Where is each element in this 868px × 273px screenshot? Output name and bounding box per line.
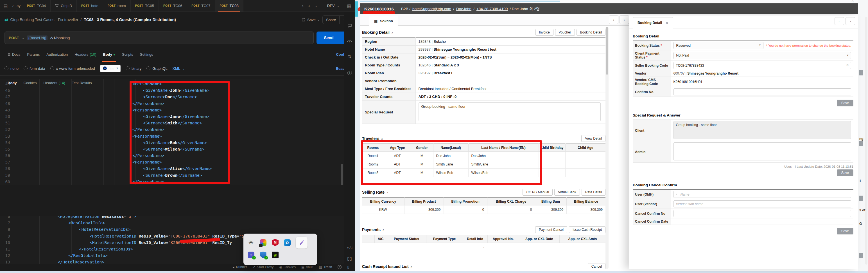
request-tab[interactable]: POSTTC04 (23, 0, 51, 11)
statusbar-proxy[interactable]: ↗Start Proxy (250, 265, 276, 269)
request-tab-fragment[interactable]: ay (16, 4, 22, 8)
panel-tab-booking-detail[interactable]: Booking Detail ✕ (633, 17, 673, 28)
view-detail-button[interactable]: View Detail (581, 135, 606, 142)
request-tab[interactable]: POSTTC06 (159, 0, 187, 11)
response-tab-headers[interactable]: Headers(14) (40, 79, 68, 87)
method-selector[interactable]: POST (9, 36, 19, 40)
panel-prev-button[interactable]: ‹ (835, 17, 844, 25)
collapse-icon[interactable]: ∧ (381, 137, 383, 140)
statusbar-vault[interactable]: ▤Vault (299, 265, 316, 269)
method-chevron-icon[interactable]: ⌄ (22, 36, 24, 39)
environment-quicklook-icon[interactable]: ▦ (345, 3, 353, 8)
tab-body[interactable]: Body (100, 51, 118, 58)
tray-teams-icon[interactable]: T✓ (247, 251, 255, 258)
collapse-icon[interactable]: ∧ (410, 265, 412, 268)
collapse-icon[interactable]: ∧ (391, 31, 393, 34)
response-tab-test-results[interactable]: Test Results (69, 79, 95, 87)
request-tab[interactable]: POSTroom (103, 0, 131, 11)
request-tab[interactable]: POSTTC08 (215, 0, 243, 11)
collapse-icon[interactable]: ∧ (382, 228, 384, 231)
client-payment-select[interactable]: Not Paid (674, 52, 851, 59)
button-issue-cash-receipt[interactable]: Issue Cash Receipt (569, 226, 606, 233)
tab-sokcho[interactable]: ▦ Sokcho (369, 16, 398, 26)
request-tab[interactable]: POSThote (77, 0, 103, 11)
related-requests-icon[interactable]: ⇅ (348, 54, 351, 59)
button-virtual-bank[interactable]: Virtual Bank (554, 189, 580, 196)
button-payment-cancel[interactable]: Payment Cancel (535, 226, 567, 233)
tray-winsec-icon[interactable]: ✓ (259, 251, 267, 258)
admin-answer-textarea[interactable] (674, 142, 851, 160)
body-mode-none[interactable]: none (4, 65, 19, 72)
clear-icon[interactable]: ✕ (846, 63, 849, 67)
request-tab[interactable]: POSTTC07 (187, 0, 215, 11)
body-mode-x-www-form-urlencoded[interactable]: x-www-form-urlencoded (50, 65, 95, 72)
save-button-special-request[interactable]: Save (837, 169, 854, 176)
user-omh-input[interactable] (674, 191, 851, 198)
code-snippet-icon[interactable]: </> (347, 39, 352, 43)
request-tab[interactable]: Ctrip B (51, 0, 77, 11)
body-mode-form-data[interactable]: form-data (24, 65, 45, 72)
save-button[interactable]: Save ⌄ (302, 18, 319, 22)
tray-mcafee-icon[interactable]: M (272, 239, 279, 246)
tab-settings[interactable]: Settings (137, 51, 156, 58)
content-scrollbar[interactable] (606, 27, 609, 269)
sidebar-toggle-icon[interactable]: ▤ (2, 3, 9, 8)
seller-booking-code-input[interactable] (674, 62, 851, 69)
panel-toggle-icon[interactable]: ▯ (345, 265, 351, 269)
url-variable[interactable]: {{baseUrl}} (27, 35, 48, 40)
documentation-icon[interactable]: ▯▯ (347, 256, 352, 261)
save-options-icon[interactable]: ⌄ (317, 18, 319, 21)
body-mode-GraphQL[interactable]: GraphQL (147, 65, 167, 72)
response-tab-body[interactable]: Body (4, 79, 20, 87)
comment-icon[interactable] (347, 23, 352, 29)
next-booking-button[interactable]: › (620, 16, 629, 24)
tab-authorization[interactable]: Authorization (43, 51, 71, 58)
editor-scrollbar[interactable] (341, 164, 343, 185)
collapse-icon[interactable]: ∧ (386, 191, 388, 194)
environment-selector[interactable]: DEV⌄ (320, 4, 345, 8)
statusbar-trash[interactable]: ▥Trash (317, 265, 335, 269)
tab-params[interactable]: Params (24, 51, 43, 58)
share-button[interactable]: Share (323, 16, 339, 24)
ai-assistant-icon[interactable]: ✦AI (347, 246, 352, 250)
special-request-textarea[interactable]: Group booking - same floor (418, 103, 601, 121)
tab-menu-icon[interactable]: ⌄ (313, 4, 319, 7)
prev-booking-button[interactable]: ‹ (609, 16, 618, 24)
close-icon[interactable]: ✕ (665, 21, 669, 25)
cancel-button[interactable]: Cancel (588, 263, 606, 269)
booking-status-select[interactable]: Reserved (674, 42, 764, 49)
tab-docs[interactable]: ≣Docs (4, 51, 24, 58)
tray-nvidia-icon[interactable]: ◉ (272, 251, 279, 258)
client-phone-link[interactable]: +84-28-7308-4199 (476, 7, 508, 11)
hotel-name-link[interactable]: Shinsegae Youngrangho Resort test (433, 47, 496, 52)
tabs-scroll-left-icon[interactable]: ‹ (10, 3, 16, 8)
url-input[interactable]: POST ⌄ {{baseUrl}} /v1/booking (4, 31, 314, 44)
response-tab-cookies[interactable]: Cookies (21, 79, 40, 87)
body-language-selector[interactable]: XML ⌄ (173, 66, 185, 71)
button-cc-pg-manual[interactable]: CC PG Manual (523, 189, 553, 196)
button-voucher[interactable]: Voucher (555, 29, 575, 36)
statusbar-cookie[interactable]: ◉Cookies (277, 265, 298, 269)
client-name-link[interactable]: DoeJohn (456, 7, 471, 11)
user-vendor-input[interactable] (674, 200, 851, 208)
help-icon[interactable]: ? (335, 265, 344, 269)
save-button-cancel-confirm[interactable]: Save (837, 228, 854, 235)
scrollbar-thumb[interactable] (606, 27, 608, 75)
info-icon[interactable]: i (347, 70, 352, 75)
tray-starburst-icon[interactable]: ✳ (247, 239, 255, 246)
tabs-scroll-right-icon[interactable]: › (300, 3, 306, 8)
tab-headers[interactable]: Headers(10) (71, 51, 99, 58)
tray-m365-icon[interactable] (259, 239, 267, 246)
button-booking-detail[interactable]: Booking Detail (577, 29, 606, 36)
confirm-no-input[interactable] (674, 88, 851, 95)
statusbar-runner[interactable]: ▸Runner (230, 265, 249, 269)
button-invoice[interactable]: Invoice (535, 29, 554, 36)
cancel-confirm-no-input[interactable] (674, 210, 851, 217)
breadcrumb-collection[interactable]: Ctrip Booking Test Cases - Fix traveller (10, 18, 79, 22)
button-rate-detail[interactable]: Rate Detail (582, 189, 606, 196)
request-body-editor[interactable]: 45<PersonName>46<GivenName>John</GivenNa… (0, 79, 344, 185)
new-tab-icon[interactable]: + (306, 3, 313, 8)
tab-scripts[interactable]: Scripts (119, 51, 136, 58)
save-button-booking[interactable]: Save (837, 100, 854, 106)
panel-next-button[interactable]: › (845, 17, 855, 25)
